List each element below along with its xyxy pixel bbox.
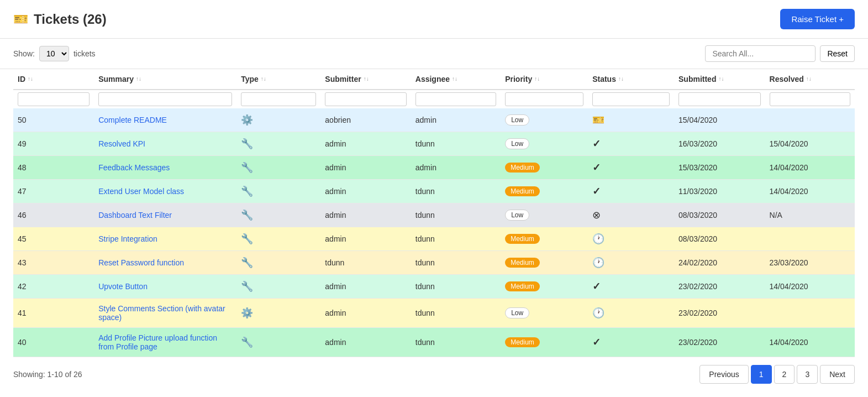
cell-type: 🔧 bbox=[236, 156, 320, 180]
cell-resolved: 23/03/2020 bbox=[765, 251, 855, 275]
summary-link[interactable]: Reset Password function bbox=[98, 258, 184, 267]
status-icon: ✓ bbox=[592, 337, 601, 348]
col-type[interactable]: Type ↑↓ bbox=[236, 69, 320, 90]
status-icon: ⊗ bbox=[592, 210, 601, 221]
next-button[interactable]: Next bbox=[820, 365, 855, 384]
toolbar-right: Reset bbox=[705, 45, 855, 62]
show-select[interactable]: 10 25 50 bbox=[39, 46, 69, 61]
col-resolved[interactable]: Resolved ↑↓ bbox=[765, 69, 855, 90]
summary-link[interactable]: Feedback Messages bbox=[98, 163, 170, 172]
cell-priority: Medium bbox=[501, 156, 588, 180]
status-icon: 🕐 bbox=[592, 307, 604, 318]
cell-assignee: tdunn bbox=[411, 275, 501, 299]
cell-id: 47 bbox=[13, 180, 94, 203]
page-title: 🎫 Tickets (26) bbox=[13, 12, 107, 27]
previous-button[interactable]: Previous bbox=[699, 365, 748, 384]
cell-resolved: 14/04/2020 bbox=[765, 328, 855, 357]
status-icon: ✓ bbox=[592, 281, 601, 292]
sort-resolved-icon[interactable]: ↑↓ bbox=[806, 76, 812, 82]
summary-link[interactable]: Dashboard Text Filter bbox=[98, 211, 172, 220]
cell-type: ⚙️ bbox=[236, 108, 320, 132]
cell-assignee: tdunn bbox=[411, 132, 501, 156]
cell-submitted: 11/03/2020 bbox=[674, 180, 765, 203]
col-submitter[interactable]: Submitter ↑↓ bbox=[320, 69, 411, 90]
col-priority[interactable]: Priority ↑↓ bbox=[501, 69, 588, 90]
sort-submitter-icon[interactable]: ↑↓ bbox=[364, 76, 369, 82]
summary-link[interactable]: Resolved KPI bbox=[98, 139, 145, 148]
filter-priority[interactable] bbox=[505, 92, 583, 106]
page-2-button[interactable]: 2 bbox=[774, 365, 795, 384]
col-id[interactable]: ID ↑↓ bbox=[13, 69, 94, 90]
cell-priority: Medium bbox=[501, 227, 588, 251]
cell-summary: Upvote Button bbox=[94, 275, 236, 299]
page-header: 🎫 Tickets (26) Raise Ticket + bbox=[0, 0, 868, 39]
cell-submitted: 23/02/2020 bbox=[674, 275, 765, 299]
table-row: 43 Reset Password function 🔧 tdunn tdunn… bbox=[13, 251, 855, 275]
sort-summary-icon[interactable]: ↑↓ bbox=[136, 76, 141, 82]
col-status[interactable]: Status ↑↓ bbox=[588, 69, 674, 90]
cell-summary: Style Comments Section (with avatar spac… bbox=[94, 299, 236, 328]
col-assignee[interactable]: Assignee ↑↓ bbox=[411, 69, 501, 90]
page-1-button[interactable]: 1 bbox=[751, 365, 772, 384]
filter-id[interactable] bbox=[18, 92, 90, 106]
table-row: 49 Resolved KPI 🔧 admin tdunn Low ✓ 16/0… bbox=[13, 132, 855, 156]
cell-submitted: 16/03/2020 bbox=[674, 132, 765, 156]
summary-link[interactable]: Complete README bbox=[98, 116, 167, 124]
tickets-table: ID ↑↓ Summary ↑↓ Type ↑↓ bbox=[13, 69, 855, 357]
col-submitted[interactable]: Submitted ↑↓ bbox=[674, 69, 765, 90]
toolbar-left: Show: 10 25 50 tickets bbox=[13, 46, 96, 61]
table-body: 50 Complete README ⚙️ aobrien admin Low … bbox=[13, 108, 855, 357]
cell-submitter: admin bbox=[320, 299, 411, 328]
type-icon: 🔧 bbox=[241, 281, 253, 292]
cell-id: 40 bbox=[13, 328, 94, 357]
priority-badge: Low bbox=[505, 307, 529, 318]
cell-summary: Reset Password function bbox=[94, 251, 236, 275]
cell-status: 🕐 bbox=[588, 251, 674, 275]
sort-priority-icon[interactable]: ↑↓ bbox=[534, 76, 540, 82]
cell-status: 🎫 bbox=[588, 108, 674, 132]
cell-submitter: admin bbox=[320, 156, 411, 180]
search-input[interactable] bbox=[705, 45, 816, 62]
page-3-button[interactable]: 3 bbox=[797, 365, 818, 384]
cell-submitter: admin bbox=[320, 203, 411, 227]
priority-badge: Medium bbox=[505, 337, 540, 347]
filter-submitter[interactable] bbox=[325, 92, 406, 106]
filter-status[interactable] bbox=[592, 92, 670, 106]
cell-resolved bbox=[765, 227, 855, 251]
summary-link[interactable]: Extend User Model class bbox=[98, 187, 184, 196]
cell-summary: Complete README bbox=[94, 108, 236, 132]
cell-resolved bbox=[765, 299, 855, 328]
cell-summary: Add Profile Picture upload function from… bbox=[94, 328, 236, 357]
sort-submitted-icon[interactable]: ↑↓ bbox=[718, 76, 724, 82]
cell-type: 🔧 bbox=[236, 180, 320, 203]
sort-assignee-icon[interactable]: ↑↓ bbox=[452, 76, 457, 82]
reset-button[interactable]: Reset bbox=[820, 45, 855, 62]
summary-link[interactable]: Stripe Integration bbox=[98, 234, 157, 243]
col-summary[interactable]: Summary ↑↓ bbox=[94, 69, 236, 90]
summary-link[interactable]: Add Profile Picture upload function from… bbox=[98, 333, 217, 351]
filter-submitted[interactable] bbox=[678, 92, 761, 106]
summary-link[interactable]: Style Comments Section (with avatar spac… bbox=[98, 304, 225, 322]
sort-status-icon[interactable]: ↑↓ bbox=[618, 76, 624, 82]
cell-type: 🔧 bbox=[236, 132, 320, 156]
cell-type: 🔧 bbox=[236, 328, 320, 357]
priority-badge: Low bbox=[505, 114, 529, 126]
sort-id-icon[interactable]: ↑↓ bbox=[28, 76, 33, 82]
cell-status: ⊗ bbox=[588, 203, 674, 227]
cell-submitter: admin bbox=[320, 180, 411, 203]
filter-type[interactable] bbox=[241, 92, 316, 106]
cell-type: 🔧 bbox=[236, 227, 320, 251]
cell-submitter: admin bbox=[320, 328, 411, 357]
filter-summary[interactable] bbox=[98, 92, 232, 106]
filter-assignee[interactable] bbox=[415, 92, 496, 106]
filter-resolved[interactable] bbox=[770, 92, 850, 106]
status-icon: 🕐 bbox=[592, 233, 604, 244]
summary-link[interactable]: Upvote Button bbox=[98, 282, 148, 291]
type-icon: 🔧 bbox=[241, 233, 253, 244]
raise-ticket-button[interactable]: Raise Ticket + bbox=[780, 9, 855, 29]
table-row: 42 Upvote Button 🔧 admin tdunn Medium ✓ … bbox=[13, 275, 855, 299]
sort-type-icon[interactable]: ↑↓ bbox=[261, 76, 266, 82]
cell-submitted: 15/04/2020 bbox=[674, 108, 765, 132]
type-icon: ⚙️ bbox=[241, 114, 253, 126]
cell-submitter: admin bbox=[320, 132, 411, 156]
